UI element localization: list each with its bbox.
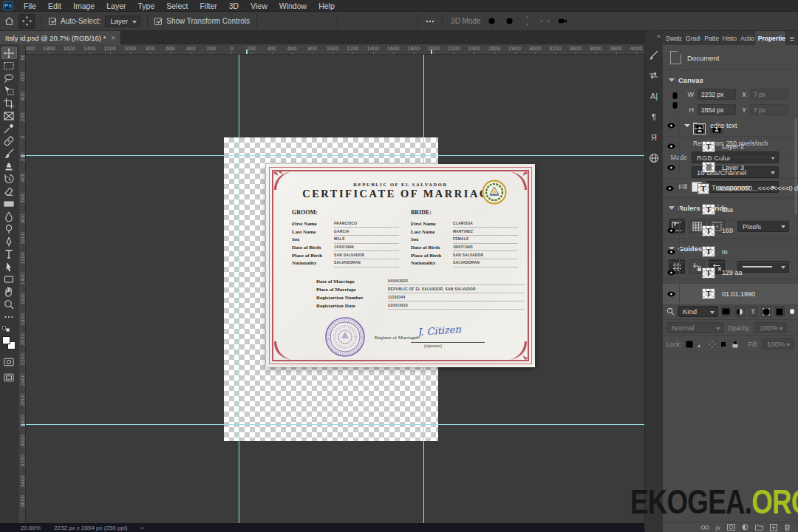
eyedropper-tool-icon[interactable] (1, 122, 17, 134)
frame-tool-icon[interactable] (1, 109, 17, 122)
menu-type[interactable]: Type (132, 0, 160, 12)
layer-row[interactable]: Tm (663, 242, 798, 263)
layer-name[interactable]: cita0000000...<<<<<<<<0 d (716, 185, 798, 192)
panel-menu-icon[interactable]: ≡ (786, 31, 798, 45)
ruler-origin-box[interactable] (18, 44, 26, 55)
visibility-empty[interactable] (663, 200, 680, 220)
type-tool-icon[interactable] (1, 248, 17, 260)
history-brush-tool-icon[interactable] (1, 172, 17, 185)
brush-tool-icon[interactable] (1, 147, 17, 160)
home-icon[interactable] (4, 16, 14, 26)
tab-properties[interactable]: Properties (755, 31, 786, 45)
layer-name[interactable]: edite text (710, 122, 737, 129)
healing-brush-tool-icon[interactable] (1, 134, 17, 147)
vertical-ruler[interactable]: 8006004002000200400600800100012001400160… (18, 55, 26, 523)
layer-row[interactable]: Tcita0000000...<<<<<<<<0 d (663, 179, 798, 200)
3d-slide-icon[interactable] (539, 15, 552, 28)
delete-layer-icon[interactable] (784, 524, 791, 531)
horizontal-guide[interactable] (26, 155, 644, 156)
blur-tool-icon[interactable] (1, 210, 17, 222)
align-center-horizontal-icon[interactable] (282, 15, 295, 28)
visibility-eye-icon[interactable] (663, 115, 680, 136)
layer-name[interactable]: 01.01.1990 (722, 290, 755, 298)
canvas-workspace[interactable]: REPUBLIC OF EL SALVADOR CERTIFICATE OF M… (26, 55, 644, 523)
text-layer-thumbnail[interactable]: T (702, 288, 715, 299)
horizontal-ruler[interactable]: 2000180016001400120010008006004002000200… (26, 44, 644, 55)
layer-name[interactable]: Layer 2 (722, 143, 744, 150)
layer-effects-icon[interactable]: fx (716, 524, 721, 531)
new-group-icon[interactable] (755, 524, 763, 531)
layer-name[interactable]: 129 aa (722, 269, 743, 276)
menu-edit[interactable]: Edit (42, 0, 67, 12)
hand-tool-icon[interactable] (1, 285, 17, 298)
vertical-guide[interactable] (239, 55, 239, 523)
close-tab-icon[interactable]: × (111, 34, 115, 42)
foreground-color-swatch[interactable] (2, 336, 10, 344)
more-options-icon[interactable] (425, 16, 435, 27)
tab-patte[interactable]: Patte (701, 31, 720, 45)
document-tab[interactable]: Italy id.psd @ 20.7% (RGB/16) * × (0, 31, 121, 44)
layer-name[interactable]: 1aa (722, 206, 733, 214)
link-layers-icon[interactable] (700, 525, 709, 531)
libraries-panel-icon[interactable] (647, 150, 662, 166)
distribute-bottom-icon[interactable] (380, 15, 393, 28)
layer-row[interactable]: T129 aa (663, 263, 798, 284)
quick-mask-icon[interactable] (1, 355, 17, 368)
distribute-left-icon[interactable] (344, 15, 358, 28)
pen-tool-icon[interactable] (1, 235, 17, 248)
menu-image[interactable]: Image (67, 0, 100, 12)
layer-mask-icon[interactable] (727, 524, 735, 531)
3d-pan-icon[interactable] (521, 15, 534, 28)
layer-row[interactable]: T1aa (663, 200, 798, 221)
crop-tool-icon[interactable] (1, 97, 17, 109)
layer-name[interactable]: m (722, 248, 728, 256)
dodge-tool-icon[interactable] (1, 222, 17, 235)
visibility-eye-icon[interactable] (663, 242, 680, 262)
layer-row[interactable]: TLayer 2 (663, 137, 798, 158)
visibility-eye-icon[interactable] (663, 179, 678, 200)
visibility-eye-icon[interactable] (663, 221, 680, 242)
horizontal-guide[interactable] (26, 424, 644, 425)
text-layer-thumbnail[interactable]: T (702, 225, 715, 236)
auto-select-target-select[interactable]: Layer (105, 16, 140, 27)
menu-view[interactable]: View (245, 0, 273, 12)
width-field[interactable]: 2232 px (698, 89, 736, 100)
shape-tool-icon[interactable] (1, 273, 17, 285)
marquee-tool-icon[interactable] (1, 59, 17, 72)
path-select-tool-icon[interactable] (1, 260, 17, 273)
align-left-icon[interactable] (264, 15, 277, 28)
3d-orbit-icon[interactable] (485, 15, 499, 28)
foreground-background-swatches[interactable] (2, 336, 16, 349)
menu-3d[interactable]: 3D (223, 0, 245, 12)
tab-gradi[interactable]: Gradi (683, 31, 701, 45)
visibility-eye-icon[interactable] (663, 137, 680, 157)
height-field[interactable]: 2854 px (698, 104, 736, 115)
image-layer-thumbnail[interactable] (702, 162, 715, 173)
character-panel-icon[interactable]: A| (647, 88, 662, 103)
marriage-certificate-image[interactable]: REPUBLIC OF EL SALVADOR CERTIFICATE OF M… (266, 164, 535, 367)
visibility-eye-icon[interactable] (663, 263, 680, 284)
status-expand-icon[interactable]: > (140, 525, 144, 531)
text-layer-thumbnail[interactable]: T (702, 204, 715, 215)
tab-histo[interactable]: Histo (720, 31, 737, 45)
text-layer-thumbnail[interactable]: T (698, 183, 709, 194)
object-select-tool-icon[interactable] (1, 84, 17, 97)
align-right-icon[interactable] (299, 15, 313, 28)
text-layer-thumbnail[interactable]: T (702, 267, 715, 279)
paragraph-panel-icon[interactable]: ¶ (647, 109, 662, 124)
layer-row[interactable]: Layer 3 (663, 157, 798, 179)
distribute-center-icon[interactable] (362, 15, 375, 28)
screen-mode-icon[interactable] (1, 371, 17, 383)
group-expand-caret-icon[interactable] (684, 124, 690, 127)
adjustment-layer-icon[interactable] (742, 524, 748, 531)
tab-swatc[interactable]: Swatc (663, 31, 683, 45)
gradient-tool-icon[interactable] (1, 197, 17, 210)
3d-roll-icon[interactable] (503, 15, 516, 28)
menu-help[interactable]: Help (313, 0, 341, 12)
visibility-eye-icon[interactable] (663, 157, 680, 178)
menu-file[interactable]: File (18, 0, 42, 12)
visibility-eye-icon[interactable] (663, 284, 680, 304)
default-colors-icon[interactable] (2, 326, 10, 332)
layer-name[interactable]: 169 (722, 227, 733, 234)
canvas-section-header[interactable]: Canvas (663, 72, 798, 87)
